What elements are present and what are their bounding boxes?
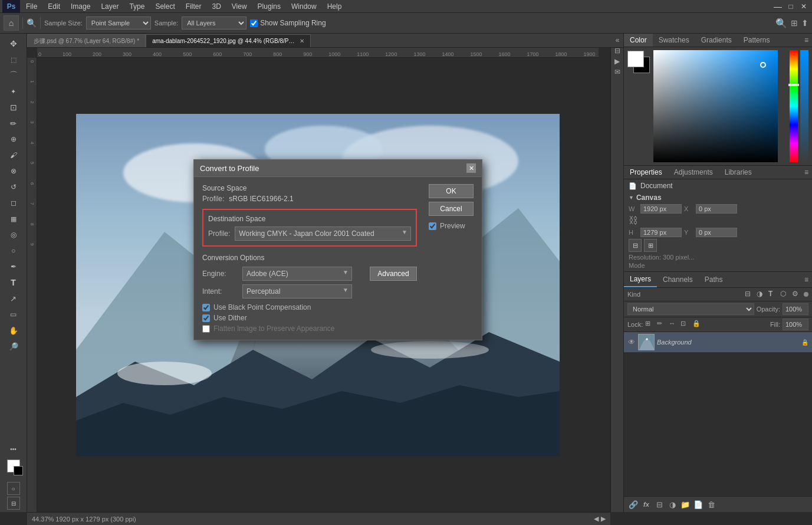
- layers-panel-menu[interactable]: ≡: [801, 273, 812, 286]
- preview-checkbox[interactable]: [429, 222, 436, 230]
- arrange-icon[interactable]: ⊞: [791, 18, 798, 28]
- type-tool[interactable]: T: [6, 275, 21, 290]
- healing-tool[interactable]: ⊕: [6, 132, 21, 147]
- menu-image[interactable]: Image: [66, 1, 95, 12]
- selection-tool[interactable]: ⬚: [6, 52, 21, 67]
- screen-mode-btn[interactable]: ⊟: [7, 497, 20, 510]
- canvas-w-input[interactable]: [640, 204, 682, 214]
- dialog-titlebar[interactable]: Convert to Profile ✕: [194, 160, 482, 177]
- right-tools-4[interactable]: ✉: [614, 68, 620, 76]
- show-sampling-ring-area[interactable]: Show Sampling Ring: [250, 19, 326, 27]
- lasso-tool[interactable]: ⌒: [6, 68, 21, 83]
- layer-mode-select[interactable]: Normal: [627, 303, 754, 315]
- filter-pixel-icon[interactable]: ⊟: [745, 290, 754, 299]
- quick-mask-btn[interactable]: ○: [7, 482, 20, 495]
- filter-smart-icon[interactable]: ⚙: [792, 290, 801, 299]
- brush-tool[interactable]: 🖌: [6, 147, 21, 163]
- hand-tool[interactable]: ✋: [6, 323, 21, 338]
- eyedropper-tool[interactable]: ✏: [6, 116, 21, 131]
- fill-input[interactable]: [783, 319, 808, 330]
- lock-all-btn[interactable]: 🔒: [692, 320, 702, 329]
- dialog-ok-btn[interactable]: OK: [429, 184, 474, 198]
- new-fill-layer-btn[interactable]: ◑: [666, 498, 678, 510]
- properties-panel-menu[interactable]: ≡: [801, 166, 812, 179]
- menu-help[interactable]: Help: [323, 1, 347, 12]
- gradient-tool[interactable]: ▦: [6, 211, 21, 227]
- dither-checkbox[interactable]: [202, 314, 210, 322]
- dodge-tool[interactable]: ○: [6, 243, 21, 258]
- tab-adjustments[interactable]: Adjustments: [668, 166, 719, 179]
- canvas-x-input[interactable]: [696, 204, 737, 214]
- show-sampling-ring-checkbox[interactable]: [250, 19, 258, 27]
- menu-window[interactable]: Window: [287, 1, 321, 12]
- move-tool[interactable]: ✥: [6, 36, 21, 51]
- flatten-checkbox[interactable]: [202, 325, 210, 333]
- clone-stamp-tool[interactable]: ⊗: [6, 163, 21, 179]
- advanced-btn[interactable]: Advanced: [370, 267, 417, 281]
- filter-shape-icon[interactable]: ⬡: [780, 290, 790, 299]
- status-nav-right[interactable]: ▶: [601, 515, 606, 523]
- status-nav-left[interactable]: ◀: [594, 515, 599, 523]
- link-layers-btn[interactable]: 🔗: [627, 498, 639, 510]
- canvas-arr[interactable]: ▼: [629, 195, 634, 201]
- sample-size-select[interactable]: Point Sample: [86, 17, 151, 29]
- tab-jpg[interactable]: ama-dablam-2064522_1920.jpg @ 44.4% (RGB…: [146, 34, 311, 47]
- new-group-btn[interactable]: 📁: [679, 498, 691, 510]
- magic-wand-tool[interactable]: ✦: [6, 84, 21, 99]
- canvas-icon-1[interactable]: ⊟: [629, 239, 642, 252]
- tab-jpg-close[interactable]: ✕: [300, 38, 304, 44]
- sample-value-select[interactable]: All Layers: [182, 17, 246, 29]
- window-maximize[interactable]: □: [785, 0, 797, 13]
- lock-artboard-btn[interactable]: ⊡: [680, 320, 690, 329]
- color-panel-menu[interactable]: ≡: [801, 34, 812, 47]
- hue-strip[interactable]: [790, 50, 798, 162]
- path-selection-tool[interactable]: ↗: [6, 291, 21, 306]
- tab-swatches[interactable]: Swatches: [653, 34, 695, 47]
- home-btn[interactable]: ⌂: [4, 15, 19, 31]
- black-point-checkbox[interactable]: [202, 304, 210, 311]
- eraser-tool[interactable]: ◻: [6, 195, 21, 211]
- tab-properties[interactable]: Properties: [624, 166, 668, 179]
- tab-paths[interactable]: Paths: [699, 273, 729, 287]
- collapse-panel-btn[interactable]: «: [612, 34, 623, 47]
- tab-layers[interactable]: Layers: [624, 272, 657, 287]
- menu-filter[interactable]: Filter: [181, 1, 206, 12]
- tab-psd[interactable]: 步骤.psd @ 67.7% (Layer 64, RGB/8#) *: [27, 34, 146, 47]
- menu-file[interactable]: File: [21, 1, 42, 12]
- tab-channels[interactable]: Channels: [657, 273, 699, 287]
- menu-layer[interactable]: Layer: [96, 1, 123, 12]
- lock-brush-btn[interactable]: ✏: [657, 320, 666, 329]
- dialog-close-btn[interactable]: ✕: [466, 163, 476, 173]
- window-close[interactable]: ✕: [798, 0, 810, 13]
- lock-pixel-btn[interactable]: ⊞: [645, 320, 655, 329]
- menu-3d[interactable]: 3D: [207, 1, 225, 12]
- opacity-input[interactable]: [783, 303, 808, 315]
- tab-color[interactable]: Color: [624, 34, 653, 47]
- tab-gradients[interactable]: Gradients: [695, 34, 738, 47]
- intent-select[interactable]: Perceptual Saturation Relative Colorimet…: [242, 284, 352, 298]
- menu-type[interactable]: Type: [124, 1, 149, 12]
- delete-layer-btn[interactable]: 🗑: [705, 498, 717, 510]
- color-gradient-picker[interactable]: [653, 50, 778, 162]
- zoom-tool[interactable]: 🔎: [6, 339, 21, 354]
- share-icon[interactable]: ⬆: [801, 18, 808, 28]
- right-tools-2[interactable]: ⊟: [614, 47, 620, 55]
- menu-edit[interactable]: Edit: [43, 1, 65, 12]
- add-mask-btn[interactable]: ⊟: [653, 498, 665, 510]
- menu-plugins[interactable]: Plugins: [253, 1, 285, 12]
- layer-background[interactable]: 👁 Background 🔒: [624, 332, 812, 353]
- canvas-h-input[interactable]: [640, 228, 682, 237]
- foreground-color-swatch[interactable]: [627, 51, 644, 67]
- rectangle-tool[interactable]: ▭: [6, 307, 21, 322]
- alpha-strip[interactable]: [800, 50, 808, 162]
- pen-tool[interactable]: ✒: [6, 259, 21, 274]
- right-tools-3[interactable]: ▶: [614, 57, 620, 65]
- menu-view[interactable]: View: [227, 1, 252, 12]
- tab-libraries[interactable]: Libraries: [719, 166, 758, 179]
- blur-tool[interactable]: ◎: [6, 227, 21, 242]
- engine-select[interactable]: Adobe (ACE) Microsoft ICM: [242, 267, 352, 281]
- window-minimize[interactable]: —: [772, 0, 784, 13]
- menu-select[interactable]: Select: [150, 1, 179, 12]
- canvas-icon-2[interactable]: ⊞: [644, 239, 657, 252]
- new-layer-btn[interactable]: 📄: [692, 498, 704, 510]
